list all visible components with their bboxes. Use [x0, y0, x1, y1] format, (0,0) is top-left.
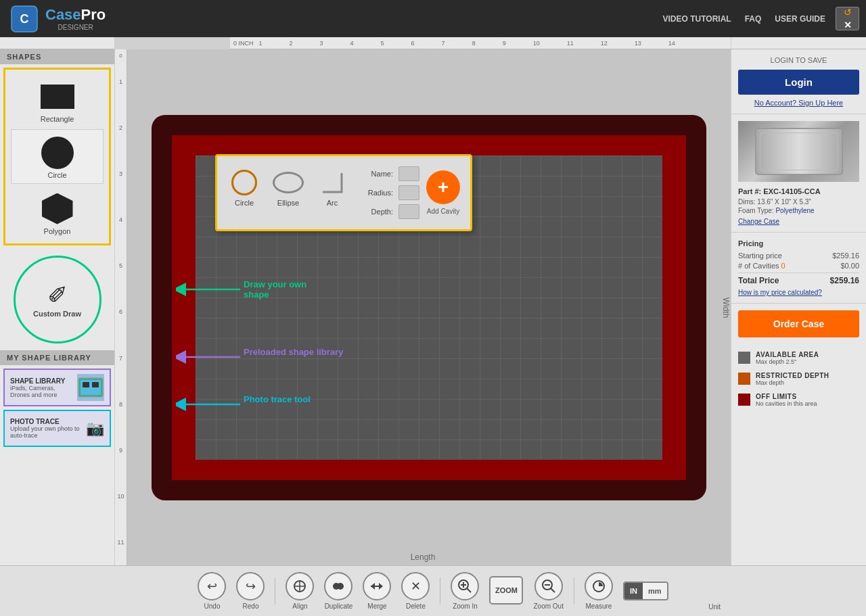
popup-right: + Add Cavity	[426, 170, 460, 215]
login-button[interactable]: Login	[738, 70, 859, 95]
zoom-in-button[interactable]: Zoom In	[451, 572, 479, 610]
align-label: Align	[292, 602, 307, 610]
popup-arc-opt[interactable]: Arc	[315, 169, 349, 207]
delete-button[interactable]: ✕ Delete	[401, 572, 430, 610]
depth-label: Depth:	[356, 208, 393, 216]
shape-library-thumb	[77, 374, 104, 401]
popup-fields: Name: Radius: Depth:	[356, 166, 419, 219]
merge-label: Merge	[367, 602, 386, 610]
legend-restricted-text: RESTRICTED DEPTH Max depth	[756, 372, 829, 386]
undo-label: Undo	[204, 602, 221, 610]
radius-field-row: Radius:	[356, 185, 419, 200]
duplicate-button[interactable]: Duplicate	[324, 572, 352, 610]
cavities-price: $0.00	[840, 262, 859, 270]
right-panel: LOGIN TO SAVE Login No Account? Sign Up …	[731, 49, 866, 565]
depth-input[interactable]	[398, 204, 419, 219]
radius-label: Radius:	[356, 189, 393, 197]
legend-restricted: RESTRICTED DEPTH Max depth	[738, 372, 859, 386]
cavities-row: # of Cavities 0 $0.00	[738, 262, 859, 270]
starting-price-row: Starting price $259.16	[738, 252, 859, 260]
popup-ellipse-icon	[271, 169, 305, 196]
zoom-display-icon: ZOOM	[489, 576, 523, 605]
header-nav: VIDEO TUTORIAL FAQ USER GUIDE	[663, 14, 825, 24]
ruler-left: 0 12345 67891011	[115, 49, 127, 565]
legend-offlimits-text: OFF LIMITS No cavities in this area	[756, 393, 817, 407]
popup-circle-icon	[227, 169, 261, 196]
logo-sub: DESIGNER	[45, 24, 106, 31]
undo-button[interactable]: ↩ Undo	[198, 572, 226, 610]
product-foam: Foam Type: Polyethylene	[738, 207, 859, 214]
nav-user-guide[interactable]: USER GUIDE	[775, 14, 825, 24]
change-case-link[interactable]: Change Case	[738, 218, 859, 225]
close-icon: ✕	[844, 20, 852, 30]
name-label: Name:	[356, 170, 393, 178]
add-cavity-label: Add Cavity	[427, 208, 459, 215]
legend-restricted-desc: Max depth	[756, 379, 829, 386]
legend-restricted-title: RESTRICTED DEPTH	[756, 372, 829, 379]
depth-field-row: Depth:	[356, 204, 419, 219]
unit-mm[interactable]: mm	[643, 583, 667, 599]
shape-item-rectangle[interactable]: Rectangle	[36, 75, 78, 126]
photo-trace-desc: Upload your own photo to auto-trace	[10, 425, 81, 439]
logo-icon: C	[10, 5, 39, 33]
legend-section: AVAILABLE AREA Max depth 2.5" RESTRICTED…	[731, 344, 866, 421]
shape-library-title: SHAPE LIBRARY	[10, 377, 72, 385]
ruler-corner	[0, 37, 115, 49]
popup-shapes-row: Circle Ellipse Arc	[227, 169, 349, 207]
canvas-main[interactable]: Width	[127, 49, 731, 565]
order-case-button[interactable]: Order Case	[738, 310, 859, 337]
starting-price-value: $259.16	[832, 252, 859, 260]
length-label: Length	[411, 552, 436, 562]
shape-item-polygon[interactable]: Polygon	[36, 187, 78, 238]
svg-rect-4	[83, 382, 89, 387]
photo-trace-btn[interactable]: PHOTO TRACE Upload your own photo to aut…	[3, 410, 111, 447]
how-price-link[interactable]: How is my price calculated?	[738, 289, 859, 296]
separator-2	[440, 577, 440, 605]
custom-draw-btn[interactable]: ✐ Custom Draw	[14, 256, 101, 343]
popup-circle-opt[interactable]: Circle	[227, 169, 261, 207]
duplicate-label: Duplicate	[325, 602, 353, 610]
cavities-label: # of Cavities 0	[738, 262, 785, 270]
cavities-count: 0	[781, 262, 785, 270]
redo-button[interactable]: ↪ Redo	[236, 572, 265, 610]
nav-tutorial[interactable]: VIDEO TUTORIAL	[663, 14, 731, 24]
name-input[interactable]	[398, 166, 419, 181]
legend-offlimits-color	[738, 394, 750, 406]
header: C CasePro DESIGNER VIDEO TUTORIAL FAQ US…	[0, 0, 866, 37]
zoom-out-button[interactable]: Zoom Out	[533, 572, 563, 610]
popup-arc-icon	[315, 169, 349, 196]
rect-shape	[41, 85, 74, 109]
rectangle-label: Rectangle	[41, 115, 74, 123]
align-button[interactable]: Align	[286, 572, 314, 610]
custom-draw-label: Custom Draw	[33, 310, 81, 318]
nav-faq[interactable]: FAQ	[745, 14, 762, 24]
svg-point-18	[337, 583, 344, 590]
svg-marker-20	[379, 583, 383, 590]
duplicate-icon	[324, 572, 352, 600]
rectangle-icon	[39, 78, 76, 115]
merge-button[interactable]: Merge	[363, 572, 391, 610]
measure-button[interactable]: Measure	[585, 572, 613, 610]
my-library-title: MY SHAPE LIBRARY	[0, 350, 114, 365]
signup-link[interactable]: No Account? Sign Up Here	[738, 99, 859, 107]
popup-ellipse-opt[interactable]: Ellipse	[271, 169, 305, 207]
starting-price-label: Starting price	[738, 252, 782, 260]
popup-arc-label: Arc	[327, 199, 338, 207]
measure-label: Measure	[586, 602, 612, 610]
total-price-value: $259.16	[830, 276, 859, 285]
undo-icon: ↩	[198, 572, 226, 600]
logo-brand: CasePro	[45, 6, 106, 24]
pricing-title: Pricing	[738, 239, 859, 247]
svg-line-23	[467, 588, 471, 592]
main-layout: SHAPES Rectangle Circle	[0, 49, 866, 565]
polygon-label: Polygon	[44, 227, 71, 235]
svg-marker-21	[371, 583, 375, 590]
add-cavity-btn[interactable]: +	[426, 170, 460, 204]
zoom-out-icon	[534, 572, 563, 600]
shape-library-btn[interactable]: SHAPE LIBRARY iPads, Cameras, Drones and…	[3, 369, 111, 406]
shape-item-circle[interactable]: Circle	[11, 129, 104, 184]
case-image-inner	[755, 128, 843, 175]
unit-in[interactable]: IN	[624, 583, 643, 599]
radius-input[interactable]	[398, 185, 419, 200]
header-close-btn[interactable]: ↺ ✕	[836, 7, 859, 30]
